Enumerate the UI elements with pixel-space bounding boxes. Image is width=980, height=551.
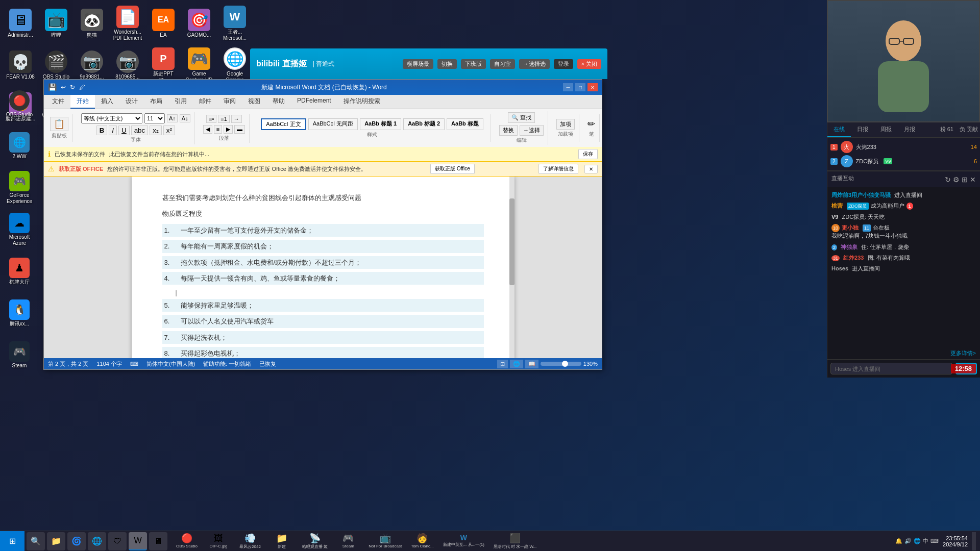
tab-help[interactable]: 帮助 bbox=[266, 95, 291, 109]
start-button[interactable]: ⊞ bbox=[0, 531, 24, 552]
interact-settings-icon[interactable]: ⚙ bbox=[953, 176, 960, 184]
interact-refresh-icon[interactable]: ↻ bbox=[945, 176, 951, 184]
get-office-btn[interactable]: 获取正版 Office bbox=[430, 164, 475, 174]
tray-notify-icon[interactable]: 🔔 bbox=[895, 538, 902, 544]
sidebar-icon-obs-studio[interactable]: 🔴 OBS Studio bbox=[2, 84, 37, 124]
word-doc-content[interactable]: 甚至我们需要考虑到划定什么样的贫困线会引起群体的主观感受问题 物质匮乏程度 1.… bbox=[44, 177, 602, 358]
taskbar-zhibo[interactable]: 📡 哈哩观直播 姬 bbox=[298, 532, 332, 551]
desktop-icon-admin[interactable]: 🖥 Administr... bbox=[3, 3, 38, 44]
taskbar-not4bc[interactable]: 📺 Not For Broadcast bbox=[364, 532, 406, 551]
taskbar-tom[interactable]: 🧑 Tom Clanc... bbox=[407, 532, 437, 551]
scroll-v[interactable] bbox=[509, 177, 514, 358]
desktop-icon-fear[interactable]: 💀 FEAR V1.08 bbox=[3, 45, 38, 86]
pen-btn[interactable]: ✏ bbox=[587, 118, 595, 130]
sidebar-icon-tencent[interactable]: 🐧 腾讯xx... bbox=[2, 293, 37, 334]
word-page[interactable]: 甚至我们需要考虑到划定什么样的贫困线会引起群体的主观感受问题 物质匮乏程度 1.… bbox=[132, 177, 514, 358]
view-read-btn[interactable]: 📖 bbox=[525, 360, 538, 368]
taskbar-defender[interactable]: 🛡 bbox=[108, 532, 127, 550]
close-infobar-btn[interactable]: ✕ bbox=[584, 165, 598, 173]
fan-btn[interactable]: 负 贡献 bbox=[958, 122, 980, 137]
taskbar-oipcjpg[interactable]: 🖼 OIP-C.jpg bbox=[203, 532, 234, 551]
zoom-slider[interactable] bbox=[541, 362, 581, 366]
desktop-icon-gaomo[interactable]: 🎯 GAOMO... bbox=[182, 3, 216, 44]
align-right-btn[interactable]: ▶ bbox=[224, 125, 233, 134]
view-normal-btn[interactable]: ⊡ bbox=[497, 360, 508, 368]
desktop-icon-word1[interactable]: W 王者... Microsof... bbox=[217, 3, 252, 44]
taskbar-baofeng[interactable]: 💨 暴风云2042 bbox=[235, 532, 265, 551]
bili-login-btn[interactable]: 登录 bbox=[554, 59, 573, 69]
desktop-icon-ea[interactable]: EA EA bbox=[146, 3, 181, 44]
taskbar-dark[interactable]: ⬛ 黑暗时代 时 水一战 W... bbox=[489, 532, 541, 551]
desktop-icon-wondershare[interactable]: 📄 Wondersh... PDFElement bbox=[110, 3, 145, 44]
sidebar-icon-www[interactable]: 🌐 2.WW bbox=[2, 126, 37, 166]
chat-input[interactable] bbox=[830, 363, 952, 374]
font-decrease-btn[interactable]: A↓ bbox=[180, 114, 190, 122]
align-left-btn[interactable]: ◀ bbox=[203, 125, 212, 134]
underline-button[interactable]: U bbox=[118, 126, 130, 135]
taskbar-files[interactable]: 📁 bbox=[47, 532, 65, 550]
find-btn[interactable]: 🔍 查找 bbox=[508, 112, 535, 123]
sidebar-icon-steam[interactable]: 🎮 Steam bbox=[2, 335, 37, 375]
taskbar-edge[interactable]: 🌀 bbox=[67, 532, 86, 550]
subscript-button[interactable]: x₂ bbox=[150, 126, 162, 135]
tab-pdfelement[interactable]: PDFelement bbox=[291, 95, 337, 109]
interact-expand-icon[interactable]: ⊞ bbox=[962, 176, 968, 184]
taskbar-steam[interactable]: 🎮 Steam bbox=[333, 532, 363, 551]
bullet-list-btn[interactable]: ≡• bbox=[206, 115, 216, 123]
bili-close-btn[interactable]: × 关闭 bbox=[577, 59, 601, 69]
select-btn[interactable]: →选择 bbox=[520, 125, 544, 136]
chat-tab-online[interactable]: 在线 bbox=[827, 122, 851, 137]
strikethrough-button[interactable]: abc bbox=[131, 126, 149, 135]
style-h2[interactable]: AaBb 标题 2 bbox=[403, 118, 445, 130]
chat-tab-monthly[interactable]: 月报 bbox=[898, 122, 921, 137]
more-messages-btn[interactable]: 更多详情> bbox=[950, 350, 976, 356]
maximize-button[interactable]: □ bbox=[575, 83, 585, 91]
sidebar-icon-azure[interactable]: ☁ Microsoft Azure bbox=[2, 209, 37, 250]
indent-btn[interactable]: → bbox=[231, 115, 242, 123]
chat-tab-weekly[interactable]: 周报 bbox=[874, 122, 898, 137]
font-size-select[interactable]: 11 bbox=[144, 113, 165, 123]
font-increase-btn[interactable]: A↑ bbox=[167, 114, 178, 122]
scroll-thumb[interactable] bbox=[509, 198, 514, 286]
font-family-select[interactable]: 等线 (中文正文) bbox=[81, 113, 142, 123]
tab-insert[interactable]: 插入 bbox=[95, 95, 119, 109]
add-btn[interactable]: 加项 bbox=[556, 119, 575, 130]
taskbar-word[interactable]: W bbox=[129, 532, 147, 550]
show-desktop-btn[interactable] bbox=[972, 532, 976, 550]
tab-review[interactable]: 审阅 bbox=[217, 95, 242, 109]
paste-button[interactable]: 📋 bbox=[50, 117, 68, 131]
interact-collapse-icon[interactable]: ✕ bbox=[970, 176, 976, 184]
taskbar-obs[interactable]: 🔴 OBS Studio bbox=[172, 532, 202, 551]
tab-mail[interactable]: 邮件 bbox=[193, 95, 217, 109]
tray-network-icon[interactable]: 🌐 bbox=[914, 538, 921, 544]
style-normal[interactable]: AaBbCcI 正文 bbox=[261, 118, 306, 130]
style-h3[interactable]: AaBb 标题 bbox=[447, 118, 483, 130]
tab-design[interactable]: 设计 bbox=[119, 95, 144, 109]
chat-tab-daily[interactable]: 日报 bbox=[851, 122, 874, 137]
tab-view[interactable]: 视图 bbox=[242, 95, 266, 109]
sidebar-icon-geforce[interactable]: 🎮 GeForce Experience bbox=[2, 167, 37, 208]
numbered-list-btn[interactable]: ≡1 bbox=[218, 115, 230, 123]
justify-btn[interactable]: ▬ bbox=[234, 125, 245, 134]
tab-home[interactable]: 开始 bbox=[70, 95, 95, 109]
taskbar-clock[interactable]: 23:55:54 2024/9/12 bbox=[943, 535, 968, 547]
superscript-button[interactable]: x² bbox=[163, 126, 175, 135]
sidebar-icon-qipai[interactable]: ♟ 棋牌大厅 bbox=[2, 251, 37, 292]
desktop-icon-bilibili[interactable]: 📺 哔哩 bbox=[39, 3, 74, 44]
style-h1[interactable]: AaBb 标题 1 bbox=[360, 118, 401, 130]
desktop-icon-panda[interactable]: 🐼 熊猫 bbox=[75, 3, 109, 44]
tab-file[interactable]: 文件 bbox=[46, 95, 70, 109]
taskbar-chrome[interactable]: 🌐 bbox=[88, 532, 106, 550]
zoom-thumb[interactable] bbox=[562, 361, 568, 367]
learn-more-btn[interactable]: 了解详细信息 bbox=[538, 164, 578, 174]
bili-cut-btn[interactable]: 切换 bbox=[437, 59, 457, 69]
bili-screen-btn[interactable]: 横屏场景 bbox=[403, 59, 433, 69]
view-web-btn[interactable]: 🌐 bbox=[510, 360, 523, 368]
bili-study-btn[interactable]: 自习室 bbox=[490, 59, 515, 69]
tray-keyboard-icon[interactable]: ⌨ bbox=[930, 538, 939, 544]
bili-schedule-btn[interactable]: 下班版 bbox=[461, 59, 486, 69]
bold-button[interactable]: B bbox=[96, 126, 108, 135]
style-no-spacing[interactable]: AaBbCcI 无间距 bbox=[308, 118, 358, 130]
tab-references[interactable]: 引用 bbox=[168, 95, 193, 109]
taskbar-word2[interactable]: W 新建中英互... 从...一(1) bbox=[439, 532, 488, 551]
